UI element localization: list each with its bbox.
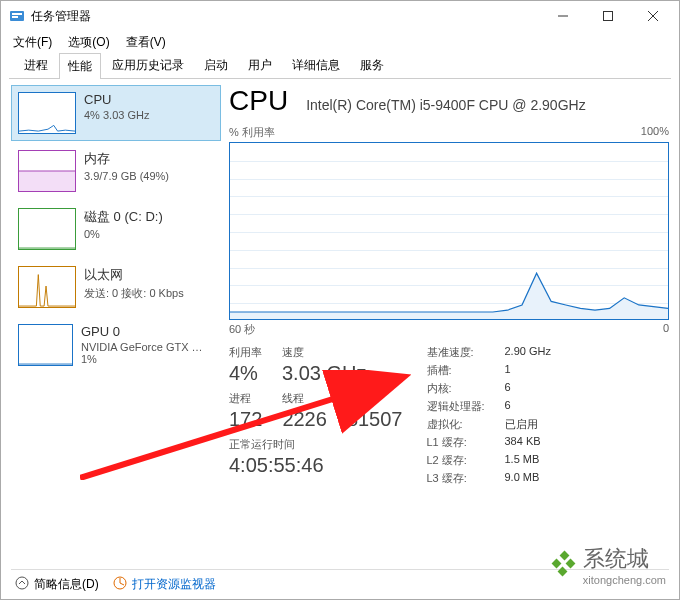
- kv-l1-v: 384 KB: [505, 435, 541, 450]
- sidebar-item-sub: 4% 3.03 GHz: [84, 109, 149, 121]
- resource-monitor-label: 打开资源监视器: [132, 576, 216, 593]
- svg-rect-1: [12, 13, 22, 15]
- sidebar-item-cpu[interactable]: CPU 4% 3.03 GHz: [11, 85, 221, 141]
- mini-graph-cpu: [18, 92, 76, 134]
- menu-view[interactable]: 查看(V): [120, 32, 172, 53]
- watermark-cn: 系统城: [583, 544, 666, 574]
- maximize-button[interactable]: [585, 2, 630, 30]
- kv-cores-k: 内核:: [427, 381, 487, 396]
- cpu-title: CPU: [229, 85, 288, 117]
- svg-rect-16: [565, 559, 575, 569]
- kv-lproc-k: 逻辑处理器:: [427, 399, 487, 414]
- sidebar-item-memory[interactable]: 内存 3.9/7.9 GB (49%): [11, 143, 221, 199]
- close-button[interactable]: [630, 2, 675, 30]
- resource-monitor-icon: [113, 576, 127, 593]
- svg-rect-7: [19, 171, 75, 191]
- watermark-icon: [547, 550, 577, 580]
- menu-file[interactable]: 文件(F): [7, 32, 58, 53]
- cpu-kv: 基准速度:2.90 GHz 插槽:1 内核:6 逻辑处理器:6 虚拟化:已启用 …: [427, 345, 551, 486]
- mini-graph-ethernet: [18, 266, 76, 308]
- tabbar: 进程 性能 应用历史记录 启动 用户 详细信息 服务: [9, 53, 671, 79]
- tab-details[interactable]: 详细信息: [283, 52, 349, 78]
- cpu-utilization-chart: [229, 142, 669, 320]
- kv-l2-v: 1.5 MB: [505, 453, 540, 468]
- tab-app-history[interactable]: 应用历史记录: [103, 52, 193, 78]
- kv-virt-k: 虚拟化:: [427, 417, 487, 432]
- mini-graph-gpu: [18, 324, 73, 366]
- menubar: 文件(F) 选项(O) 查看(V): [1, 31, 679, 53]
- sidebar-item-label: GPU 0: [81, 324, 214, 339]
- tab-users[interactable]: 用户: [239, 52, 281, 78]
- stat-proc-label: 进程: [229, 391, 262, 406]
- stat-util-label: 利用率: [229, 345, 262, 360]
- stat-handles-value: 81507: [347, 408, 403, 431]
- content-area: CPU 4% 3.03 GHz 内存 3.9/7.9 GB (49%) 磁盘: [1, 79, 679, 569]
- stat-uptime-label: 正常运行时间: [229, 437, 403, 452]
- kv-base-speed-v: 2.90 GHz: [505, 345, 551, 360]
- menu-options[interactable]: 选项(O): [62, 32, 115, 53]
- cpu-model: Intel(R) Core(TM) i5-9400F CPU @ 2.90GHz: [306, 97, 586, 113]
- resource-monitor-link[interactable]: 打开资源监视器: [113, 576, 216, 593]
- tab-startup[interactable]: 启动: [195, 52, 237, 78]
- perf-main: CPU Intel(R) Core(TM) i5-9400F CPU @ 2.9…: [229, 85, 669, 559]
- tab-services[interactable]: 服务: [351, 52, 393, 78]
- kv-sockets-v: 1: [505, 363, 511, 378]
- sidebar-item-ethernet[interactable]: 以太网 发送: 0 接收: 0 Kbps: [11, 259, 221, 315]
- kv-sockets-k: 插槽:: [427, 363, 487, 378]
- kv-base-speed-k: 基准速度:: [427, 345, 487, 360]
- chart-y-max: 100%: [641, 125, 669, 140]
- fewer-details-link[interactable]: 简略信息(D): [15, 576, 99, 593]
- kv-lproc-v: 6: [505, 399, 511, 414]
- stat-speed-label: 速度: [282, 345, 366, 360]
- window-controls: [540, 2, 675, 30]
- sidebar-item-label: 内存: [84, 150, 169, 168]
- window-title: 任务管理器: [31, 8, 540, 25]
- kv-l3-v: 9.0 MB: [505, 471, 540, 486]
- chart-x-left: 60 秒: [229, 322, 255, 337]
- stat-speed-value: 3.03 GHz: [282, 362, 366, 385]
- sidebar-item-sub: 3.9/7.9 GB (49%): [84, 170, 169, 182]
- titlebar: 任务管理器: [1, 1, 679, 31]
- sidebar-item-disk[interactable]: 磁盘 0 (C: D:) 0%: [11, 201, 221, 257]
- stat-proc-value: 172: [229, 408, 262, 431]
- svg-point-9: [16, 577, 28, 589]
- perf-sidebar: CPU 4% 3.03 GHz 内存 3.9/7.9 GB (49%) 磁盘: [11, 85, 221, 559]
- svg-line-12: [120, 583, 124, 585]
- chart-x-right: 0: [663, 322, 669, 337]
- svg-rect-17: [557, 567, 567, 577]
- stat-util-value: 4%: [229, 362, 262, 385]
- svg-rect-14: [559, 551, 569, 561]
- cpu-stats: 利用率 4% 速度 3.03 GHz 进程 172: [229, 345, 669, 486]
- stat-threads-value: 2226: [282, 408, 327, 431]
- stat-threads-label: 线程: [282, 391, 327, 406]
- sidebar-item-label: CPU: [84, 92, 149, 107]
- sidebar-item-label: 磁盘 0 (C: D:): [84, 208, 163, 226]
- fewer-details-label: 简略信息(D): [34, 576, 99, 593]
- sidebar-item-sub: 0%: [84, 228, 163, 240]
- minimize-button[interactable]: [540, 2, 585, 30]
- mini-graph-disk: [18, 208, 76, 250]
- tab-processes[interactable]: 进程: [15, 52, 57, 78]
- kv-virt-v: 已启用: [505, 417, 538, 432]
- sidebar-item-label: 以太网: [84, 266, 184, 284]
- sidebar-item-sub: NVIDIA GeForce GTX … 1%: [81, 341, 214, 365]
- task-manager-window: 任务管理器 文件(F) 选项(O) 查看(V) 进程 性能 应用历史记录 启动 …: [0, 0, 680, 600]
- kv-cores-v: 6: [505, 381, 511, 396]
- app-icon: [9, 8, 25, 24]
- chevron-up-circle-icon: [15, 576, 29, 593]
- stat-handles-label: 句柄: [347, 391, 403, 406]
- kv-l2-k: L2 缓存:: [427, 453, 487, 468]
- mini-graph-memory: [18, 150, 76, 192]
- kv-l1-k: L1 缓存:: [427, 435, 487, 450]
- kv-l3-k: L3 缓存:: [427, 471, 487, 486]
- tab-performance[interactable]: 性能: [59, 53, 101, 79]
- watermark-en: xitongcheng.com: [583, 574, 666, 586]
- watermark: 系统城 xitongcheng.com: [547, 544, 666, 586]
- svg-rect-4: [603, 12, 612, 21]
- sidebar-item-gpu[interactable]: GPU 0 NVIDIA GeForce GTX … 1%: [11, 317, 221, 373]
- svg-rect-2: [12, 16, 18, 18]
- sidebar-item-sub: 发送: 0 接收: 0 Kbps: [84, 286, 184, 301]
- stat-uptime-value: 4:05:55:46: [229, 454, 403, 477]
- svg-rect-15: [551, 559, 561, 569]
- chart-y-label: % 利用率: [229, 125, 275, 140]
